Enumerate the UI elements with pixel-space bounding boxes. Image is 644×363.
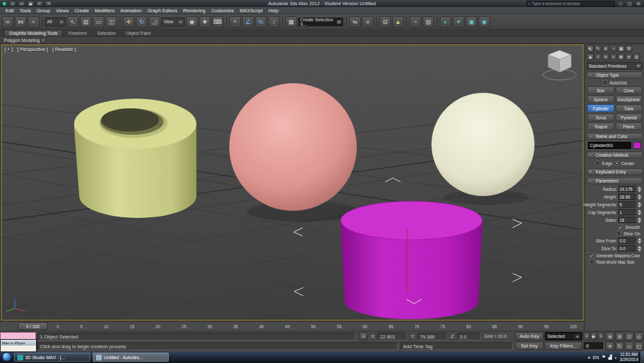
layer-manager-icon[interactable]: ⊟ xyxy=(379,16,391,28)
hierarchy-tab-icon[interactable]: ⋔ xyxy=(602,45,609,52)
window-crossing-icon[interactable]: ◫ xyxy=(106,16,117,28)
zoom-icon[interactable]: ⊕ xyxy=(605,332,614,341)
tab-graphite-modeling-tools[interactable]: Graphite Modeling Tools xyxy=(4,30,62,36)
selection-region-icon[interactable]: ▭ xyxy=(93,16,104,28)
cap-segments-field[interactable]: 1 xyxy=(618,209,636,215)
height-segments-field[interactable]: 5 xyxy=(618,201,636,208)
rollout-creation-method[interactable]: − Creation Method xyxy=(587,152,643,159)
perspective-viewport[interactable]: [ + ] [ Perspective ] [ Realistic ] xyxy=(1,44,583,320)
slice-to-field[interactable]: 0.0 xyxy=(618,245,636,251)
show-desktop-button[interactable] xyxy=(639,351,644,363)
zoom-extents-icon[interactable]: ⊡ xyxy=(625,332,634,341)
y-coordinate-field[interactable]: 79.386 xyxy=(417,333,447,340)
key-filters-button[interactable]: Key Filters... xyxy=(545,342,582,350)
center-radio[interactable] xyxy=(614,161,620,166)
reference-coordinate-dropdown[interactable]: View ▼ xyxy=(162,17,185,26)
max-to-physx-window[interactable]: Max to Physx xyxy=(0,339,37,351)
geosphere-button[interactable]: GeoSphere xyxy=(616,95,643,103)
spinner-snap-icon[interactable]: ↕ xyxy=(268,16,279,28)
angle-snap-icon[interactable]: ∠ xyxy=(242,16,254,28)
current-frame-field[interactable]: 0 xyxy=(583,342,604,350)
save-file-icon[interactable]: ▣ xyxy=(27,1,34,6)
height-segments-spinner[interactable] xyxy=(637,202,642,208)
magenta-cylinder-object[interactable] xyxy=(341,201,482,319)
maximize-button[interactable]: ▢ xyxy=(626,1,633,6)
menu-create[interactable]: Create xyxy=(71,8,92,14)
x-coordinate-field[interactable]: 22.903 xyxy=(377,333,407,340)
maximize-viewport-icon[interactable]: ◱ xyxy=(634,342,643,351)
taskbar-app-3dsmax[interactable]: 3D Studio MAX - [... xyxy=(14,353,90,362)
select-move-icon[interactable]: ✛ xyxy=(123,16,135,28)
set-key-button[interactable]: Set Key xyxy=(515,342,544,350)
cream-sphere-object[interactable] xyxy=(431,93,535,196)
graphite-ribbon-icon[interactable]: ▲ xyxy=(392,16,404,28)
radius-spinner[interactable] xyxy=(637,186,642,192)
select-manipulate-icon[interactable]: ✚ xyxy=(199,16,211,28)
motion-tab-icon[interactable]: ◔ xyxy=(610,45,617,52)
go-to-start-icon[interactable]: « xyxy=(583,332,590,340)
track-bar[interactable]: 0 / 100 05101520253035404550556065707580… xyxy=(0,321,583,331)
box-button[interactable]: Box xyxy=(587,86,614,94)
cap-segments-spinner[interactable] xyxy=(637,210,642,215)
menu-help[interactable]: Help xyxy=(265,8,281,14)
field-of-view-icon[interactable]: ◎ xyxy=(634,332,643,341)
rollout-keyboard-entry[interactable]: + Keyboard Entry xyxy=(587,168,643,175)
cameras-category-icon[interactable]: ⌖ xyxy=(610,54,617,61)
zoom-region-icon[interactable]: ▭ xyxy=(625,342,634,351)
redo-icon[interactable]: ↷ xyxy=(45,1,52,6)
edge-radio[interactable] xyxy=(595,161,600,166)
volume-icon[interactable]: ◖ xyxy=(614,355,617,360)
real-world-map-checkbox[interactable] xyxy=(589,259,594,264)
zoom-all-icon[interactable]: ⊞ xyxy=(615,332,624,341)
pink-sphere-object[interactable] xyxy=(229,83,357,211)
selected-keyset-dropdown[interactable]: Selected ▼ xyxy=(545,332,582,340)
sphere-button[interactable]: Sphere xyxy=(587,95,614,103)
geometry-category-icon[interactable]: ● xyxy=(587,54,594,61)
slice-on-checkbox[interactable] xyxy=(616,231,621,236)
timeline-ruler[interactable]: 0510152025303540455055606570758085909510… xyxy=(57,322,577,331)
go-to-end-icon[interactable]: » xyxy=(598,332,604,340)
network-icon[interactable]: ▟ xyxy=(608,355,611,360)
mirror-icon[interactable]: ⇋ xyxy=(349,16,361,28)
rollout-name-color[interactable]: − Name and Color xyxy=(587,133,643,140)
primitive-category-dropdown[interactable]: Standard Primitives ▼ xyxy=(587,62,643,70)
menu-rendering[interactable]: Rendering xyxy=(180,8,209,14)
sides-spinner[interactable] xyxy=(637,217,642,223)
close-button[interactable]: ✕ xyxy=(635,1,642,6)
keyboard-override-icon[interactable]: ⌨ xyxy=(212,16,223,28)
tab-object-paint[interactable]: Object Paint xyxy=(122,30,155,36)
tube-button[interactable]: Tube xyxy=(616,104,643,112)
slice-from-spinner[interactable] xyxy=(637,238,642,244)
menu-graph-editors[interactable]: Graph Editors xyxy=(145,8,180,14)
create-tab-icon[interactable]: ↖ xyxy=(587,45,594,52)
select-and-link-icon[interactable]: ∞ xyxy=(2,16,14,28)
height-field[interactable]: 18.96 xyxy=(618,193,636,200)
helpers-category-icon[interactable]: ✚ xyxy=(618,54,625,61)
render-setup-icon[interactable]: ✦ xyxy=(453,16,464,28)
hidden-icons-arrow[interactable]: ▴ xyxy=(588,355,591,360)
object-color-swatch[interactable] xyxy=(633,142,641,149)
radius-field[interactable]: 19.175 xyxy=(618,186,636,192)
generate-mapping-checkbox[interactable]: ✓ xyxy=(589,253,594,258)
snap-toggle-icon[interactable]: ⌖ xyxy=(229,16,241,28)
viewport-menu-pov[interactable]: [ Perspective ] xyxy=(17,46,48,52)
start-button[interactable] xyxy=(2,352,12,362)
slice-from-field[interactable]: 0.0 xyxy=(618,237,636,244)
smooth-checkbox[interactable]: ✓ xyxy=(618,224,623,230)
selection-filter-dropdown[interactable]: All ▼ xyxy=(45,17,66,26)
spacewarps-category-icon[interactable]: ≋ xyxy=(625,54,632,61)
curve-editor-icon[interactable]: ~ xyxy=(410,16,421,28)
rollout-parameters[interactable]: − Parameters xyxy=(587,177,643,184)
menu-edit[interactable]: Edit xyxy=(3,8,17,14)
named-selection-sets-icon[interactable]: ▦ xyxy=(285,16,297,28)
minimize-button[interactable]: – xyxy=(617,1,624,6)
render-production-icon[interactable]: ◉ xyxy=(478,16,490,28)
viewport-menu-general[interactable]: [ + ] xyxy=(5,46,13,52)
tab-selection[interactable]: Selection xyxy=(93,30,120,36)
bind-to-spacewarp-icon[interactable]: ≈ xyxy=(28,16,39,28)
time-slider[interactable]: 0 / 100 xyxy=(18,322,48,330)
clock[interactable]: 11:51 AM 3/29/2014 xyxy=(620,352,638,362)
menu-customize[interactable]: Customize xyxy=(208,8,236,14)
rollout-object-type[interactable]: − Object Type xyxy=(587,72,643,79)
display-tab-icon[interactable]: ▣ xyxy=(618,45,625,52)
